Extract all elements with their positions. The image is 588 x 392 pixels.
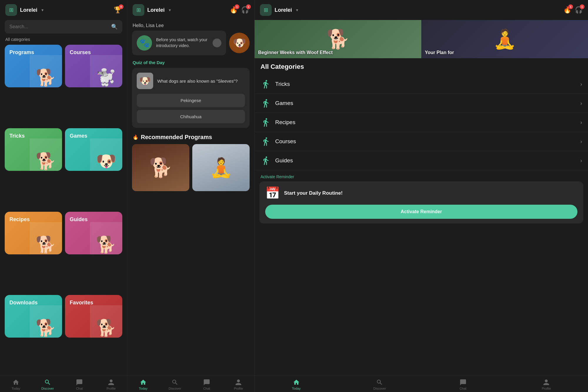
quiz-question: What dogs are also known as "Sleeves"? <box>157 78 238 84</box>
games-icon <box>260 98 271 109</box>
nav-profile-1[interactable]: Profile <box>95 379 127 390</box>
nav-profile-3[interactable]: Profile <box>505 379 588 390</box>
card-courses[interactable]: Courses 🐩 <box>65 45 122 87</box>
card-recipes[interactable]: Recipes 🐕 <box>5 212 62 254</box>
card-favorites[interactable]: Favorites 🐕 <box>65 295 122 338</box>
nav-today-label-3: Today <box>292 387 300 390</box>
hero-label-1: Your Plan for <box>425 50 454 55</box>
nav-today-1[interactable]: Today <box>0 379 32 390</box>
dog-avatar[interactable]: 🐶 <box>229 33 250 53</box>
nav-chat-3[interactable]: Chat <box>421 379 505 390</box>
dog-tricks: 🐕 <box>30 139 62 171</box>
dog-downloads: 🐕 <box>30 305 62 338</box>
cat-name-courses: Courses <box>275 138 580 145</box>
cat-name-recipes: Recipes <box>275 119 580 126</box>
hero-card-1[interactable]: 🧘 Your Plan for <box>421 20 588 58</box>
reminder-calendar-icon: 📅 <box>265 186 280 200</box>
recommended-card-1[interactable]: 🧘 <box>192 144 250 191</box>
greeting: Hello, Lisa Lee <box>127 20 254 31</box>
headphone-badge-2: 1 <box>246 4 251 9</box>
nav-discover-2[interactable]: Discover <box>159 379 191 390</box>
trophy-badge: 0 <box>119 4 123 9</box>
headphone-icon-3[interactable]: 🎧 1 <box>575 6 583 14</box>
search-icon: 🔍 <box>111 24 118 30</box>
nav-today-3[interactable]: Today <box>255 379 338 390</box>
card-downloads[interactable]: Downloads 🐕 <box>5 295 62 338</box>
nav-discover-1[interactable]: Discover <box>32 379 64 390</box>
nav-profile-2[interactable]: Profile <box>223 379 254 390</box>
card-tricks[interactable]: Tricks 🐕 <box>5 128 62 171</box>
nav-chat-1[interactable]: Chat <box>64 379 95 390</box>
quiz-card: 🐶 What dogs are also known as "Sleeves"?… <box>132 68 250 128</box>
reminder-top: 📅 Start your Daily Routine! <box>265 186 577 200</box>
panel-all-categories: ⊞ Lorelei ▾ 🔥 1 🎧 1 🐕 Beginner Weeks wit… <box>255 0 588 392</box>
card-games[interactable]: Games 🐶 <box>65 128 122 171</box>
quiz-dog-image: 🐶 <box>137 73 153 89</box>
user-name-3: Lorelei <box>275 7 292 13</box>
cat-name-guides: Guides <box>275 157 580 164</box>
trophy-icon[interactable]: 🏆 0 <box>114 6 122 14</box>
category-row-recipes[interactable]: Recipes › <box>255 113 588 132</box>
intro-text: Before you start, watch your introductor… <box>156 37 208 49</box>
fire-icon-2[interactable]: 🔥 1 <box>230 6 238 14</box>
nav-discover-label-2: Discover <box>169 387 181 390</box>
header: ⊞ Lorelei ▾ 🏆 0 <box>0 0 127 20</box>
card-label-programs: Programs <box>9 49 57 56</box>
header-left-3: ⊞ Lorelei ▾ <box>260 4 298 16</box>
quiz-option-1[interactable]: Chihuahua <box>137 110 245 123</box>
card-label-tricks: Tricks <box>9 133 57 139</box>
category-row-guides[interactable]: Guides › <box>255 151 588 170</box>
search-bar[interactable]: 🔍 <box>5 20 122 34</box>
nav-profile-label-3: Profile <box>542 387 551 390</box>
guides-icon <box>260 155 271 166</box>
nav-today-2[interactable]: Today <box>127 379 159 390</box>
app-icon-2: ⊞ <box>133 4 144 16</box>
hero-strip: 🐕 Beginner Weeks with Woof Effect 🧘 Your… <box>255 20 588 58</box>
card-programs[interactable]: Programs 🐕 <box>5 45 62 87</box>
category-row-games[interactable]: Games › <box>255 94 588 113</box>
reminder-title: Start your Daily Routine! <box>284 190 343 196</box>
nav-today-label-1: Today <box>11 387 20 390</box>
hero-card-0[interactable]: 🐕 Beginner Weeks with Woof Effect <box>255 20 421 58</box>
dog-programs: 🐕 <box>30 55 62 87</box>
nav-discover-label-3: Discover <box>373 387 386 390</box>
courses-icon <box>260 136 271 147</box>
dog-courses: 🐩 <box>90 55 122 87</box>
all-categories-title: All Categories <box>255 58 588 75</box>
category-row-courses[interactable]: Courses › <box>255 132 588 151</box>
header-2: ⊞ Lorelei ▾ 🔥 1 🎧 1 <box>127 0 254 20</box>
intro-icon: 🐾 <box>137 35 152 51</box>
hero-label-0: Beginner Weeks with Woof Effect <box>258 50 333 55</box>
tricks-icon <box>260 79 271 89</box>
dog-games: 🐶 <box>90 139 122 171</box>
play-circle[interactable] <box>213 39 221 47</box>
app-icon: ⊞ <box>5 4 17 16</box>
activate-reminder-label: Activate Reminder <box>255 170 588 181</box>
intro-card[interactable]: 🐾 Before you start, watch your introduct… <box>132 31 226 55</box>
headphone-badge-3: 1 <box>580 4 584 9</box>
header-right: 🏆 0 <box>114 6 122 14</box>
headphone-icon-2[interactable]: 🎧 1 <box>241 6 249 14</box>
category-row-tricks[interactable]: Tricks › <box>255 75 588 94</box>
chevron-down-icon: ▾ <box>41 8 44 12</box>
recommended-title: Recommended Programs <box>141 134 212 141</box>
activate-reminder-button[interactable]: Activate Reminder <box>265 205 577 219</box>
nav-chat-label-1: Chat <box>76 387 83 390</box>
bottom-nav-2: Today Discover Chat Profile <box>127 376 254 392</box>
recommended-card-0[interactable]: 🐕 <box>132 144 189 191</box>
nav-discover-3[interactable]: Discover <box>338 379 422 390</box>
search-input[interactable] <box>9 24 108 29</box>
chevron-down-icon-3: ▾ <box>296 8 298 12</box>
cat-name-tricks: Tricks <box>275 81 580 87</box>
dog-favorites: 🐕 <box>90 305 122 338</box>
header-left: ⊞ Lorelei ▾ <box>5 4 44 16</box>
recommended-grid: 🐕 🧘 <box>127 144 254 376</box>
nav-chat-2[interactable]: Chat <box>191 379 223 390</box>
header-right-2: 🔥 1 🎧 1 <box>230 6 249 14</box>
nav-profile-label-2: Profile <box>234 387 243 390</box>
fire-icon-3[interactable]: 🔥 1 <box>563 6 571 14</box>
card-guides[interactable]: Guides 🐕 <box>65 212 122 254</box>
user-name-2: Lorelei <box>147 7 165 13</box>
quiz-option-0[interactable]: Pekingese <box>137 94 245 107</box>
quiz-question-row: 🐶 What dogs are also known as "Sleeves"? <box>137 73 245 89</box>
